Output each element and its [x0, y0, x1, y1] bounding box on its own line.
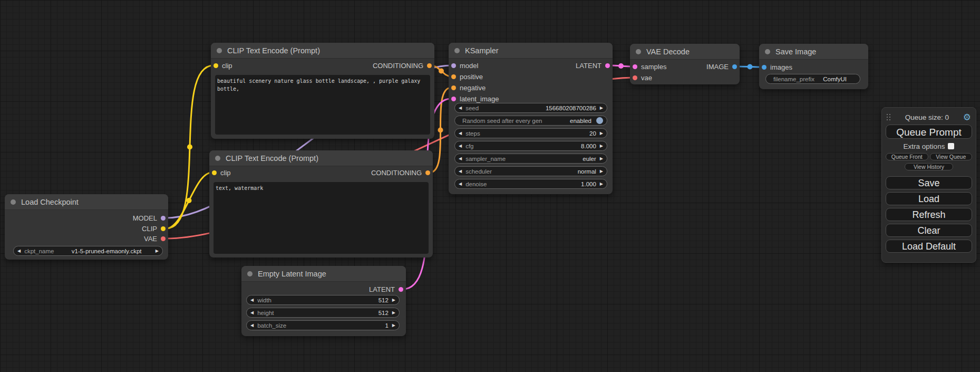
input-slot-samples[interactable]: samples [633, 62, 666, 71]
decrement-arrow-icon[interactable]: ◀ [459, 144, 462, 148]
collapse-dot-icon[interactable] [217, 48, 222, 53]
increment-arrow-icon[interactable]: ▶ [392, 298, 395, 302]
batch-size-widget[interactable]: ◀ batch_size 1 ▶ [246, 320, 400, 330]
view-queue-button[interactable]: View Queue [930, 153, 973, 160]
vae-output-port[interactable] [161, 236, 166, 241]
comfyui-canvas[interactable]: { "colors": { "model": "#b39ddb", "clip"… [0, 0, 980, 372]
input-slot-images[interactable]: images [762, 62, 792, 72]
node-title-bar[interactable]: CLIP Text Encode (Prompt) [209, 150, 433, 166]
node-title-bar[interactable]: Save Image [759, 44, 868, 60]
filename-prefix-widget[interactable]: filename_prefix ComfyUI [765, 74, 860, 84]
latent-output-port[interactable] [399, 287, 403, 292]
output-slot-conditioning[interactable]: CONDITIONING [373, 61, 432, 70]
queue-prompt-button[interactable]: Queue Prompt [886, 125, 972, 139]
decrement-arrow-icon[interactable]: ◀ [459, 106, 462, 110]
decrement-arrow-icon[interactable]: ◀ [17, 249, 21, 253]
width-widget[interactable]: ◀ width 512 ▶ [246, 295, 400, 305]
increment-arrow-icon[interactable]: ▶ [600, 182, 603, 186]
prompt-textarea[interactable]: text, watermark [214, 182, 429, 254]
conditioning-input-port[interactable] [451, 85, 456, 90]
decrement-arrow-icon[interactable]: ◀ [459, 169, 462, 174]
output-slot-latent[interactable]: LATENT [576, 61, 610, 70]
queue-front-button[interactable]: Queue Front [886, 153, 928, 160]
node-vae-decode[interactable]: VAE Decode samples vae IMAGE [630, 44, 740, 84]
ckpt-name-widget[interactable]: ◀ ckpt_name v1-5-pruned-emaonly.ckpt ▶ [13, 246, 163, 256]
decrement-arrow-icon[interactable]: ◀ [250, 298, 254, 302]
decrement-arrow-icon[interactable]: ◀ [459, 157, 462, 161]
collapse-dot-icon[interactable] [765, 49, 770, 54]
scheduler-widget[interactable]: ◀ scheduler normal ▶ [454, 166, 607, 176]
node-empty-latent-image[interactable]: Empty Latent Image LATENT ◀ width 512 ▶ … [241, 266, 406, 336]
decrement-arrow-icon[interactable]: ◀ [250, 323, 254, 328]
output-slot-model[interactable]: MODEL [133, 213, 166, 223]
load-default-button[interactable]: Load Default [886, 240, 972, 253]
input-slot-model[interactable]: model [451, 61, 478, 70]
view-history-button[interactable]: View History [905, 163, 953, 170]
height-widget[interactable]: ◀ height 512 ▶ [246, 308, 400, 318]
node-load-checkpoint[interactable]: Load Checkpoint MODEL CLIP VAE ◀ ckpt_na… [5, 194, 168, 260]
decrement-arrow-icon[interactable]: ◀ [250, 311, 254, 315]
steps-widget[interactable]: ◀ steps 20 ▶ [454, 128, 607, 138]
node-ksampler[interactable]: KSampler model positive negative latent_… [449, 43, 613, 194]
model-output-port[interactable] [161, 216, 166, 221]
vae-input-port[interactable] [633, 75, 637, 80]
collapse-dot-icon[interactable] [636, 49, 641, 54]
input-slot-vae[interactable]: vae [633, 73, 652, 82]
increment-arrow-icon[interactable]: ▶ [600, 169, 603, 174]
node-title-bar[interactable]: Empty Latent Image [241, 266, 406, 282]
collapse-dot-icon[interactable] [215, 156, 220, 161]
conditioning-output-port[interactable] [427, 63, 432, 68]
collapse-dot-icon[interactable] [454, 48, 460, 53]
node-title-bar[interactable]: Load Checkpoint [5, 194, 168, 210]
image-input-port[interactable] [762, 65, 766, 70]
output-slot-clip[interactable]: CLIP [142, 224, 166, 233]
input-slot-latent-image[interactable]: latent_image [451, 94, 499, 103]
drag-handle-icon[interactable] [887, 114, 891, 121]
prompt-textarea[interactable]: beautiful scenery nature glass bottle la… [215, 75, 430, 135]
increment-arrow-icon[interactable]: ▶ [392, 311, 395, 315]
increment-arrow-icon[interactable]: ▶ [156, 249, 159, 253]
input-slot-clip[interactable]: clip [214, 61, 232, 70]
output-slot-latent[interactable]: LATENT [369, 284, 403, 294]
increment-arrow-icon[interactable]: ▶ [600, 106, 603, 110]
input-slot-negative[interactable]: negative [451, 83, 486, 92]
output-slot-conditioning[interactable]: CONDITIONING [371, 168, 430, 177]
model-input-port[interactable] [451, 63, 456, 68]
clear-button[interactable]: Clear [886, 224, 972, 237]
output-slot-image[interactable]: IMAGE [706, 62, 737, 71]
node-title-bar[interactable]: VAE Decode [630, 44, 740, 60]
increment-arrow-icon[interactable]: ▶ [600, 131, 603, 136]
toggle-indicator-icon[interactable] [596, 117, 603, 124]
latent-input-port[interactable] [451, 97, 456, 101]
conditioning-output-port[interactable] [425, 170, 430, 175]
extra-options-checkbox[interactable] [948, 143, 954, 149]
collapse-dot-icon[interactable] [11, 199, 16, 205]
node-clip-text-encode-positive[interactable]: CLIP Text Encode (Prompt) clip CONDITION… [211, 43, 434, 139]
increment-arrow-icon[interactable]: ▶ [392, 323, 395, 328]
cfg-widget[interactable]: ◀ cfg 8.000 ▶ [454, 141, 607, 151]
image-output-port[interactable] [732, 64, 737, 69]
clip-input-port[interactable] [212, 170, 217, 175]
random-seed-widget[interactable]: Random seed after every gen enabled [454, 116, 607, 126]
node-save-image[interactable]: Save Image images filename_prefix ComfyU… [759, 44, 868, 89]
save-button[interactable]: Save [886, 176, 972, 189]
decrement-arrow-icon[interactable]: ◀ [459, 131, 462, 136]
node-title-bar[interactable]: CLIP Text Encode (Prompt) [211, 43, 434, 59]
latent-input-port[interactable] [633, 64, 637, 69]
increment-arrow-icon[interactable]: ▶ [600, 157, 603, 161]
input-slot-positive[interactable]: positive [451, 72, 483, 81]
latent-output-port[interactable] [605, 63, 610, 68]
sampler-name-widget[interactable]: ◀ sampler_name euler ▶ [454, 154, 607, 164]
node-clip-text-encode-negative[interactable]: CLIP Text Encode (Prompt) clip CONDITION… [209, 150, 433, 257]
output-slot-vae[interactable]: VAE [144, 234, 166, 243]
seed-widget[interactable]: ◀ seed 156680208700286 ▶ [454, 103, 607, 113]
input-slot-clip[interactable]: clip [212, 168, 231, 177]
conditioning-input-port[interactable] [451, 74, 456, 79]
clip-input-port[interactable] [214, 63, 218, 68]
load-button[interactable]: Load [886, 192, 972, 205]
collapse-dot-icon[interactable] [247, 271, 253, 276]
node-title-bar[interactable]: KSampler [449, 43, 613, 59]
settings-gear-icon[interactable]: ⚙ [963, 113, 971, 122]
clip-output-port[interactable] [161, 226, 166, 231]
denoise-widget[interactable]: ◀ denoise 1.000 ▶ [454, 179, 607, 189]
